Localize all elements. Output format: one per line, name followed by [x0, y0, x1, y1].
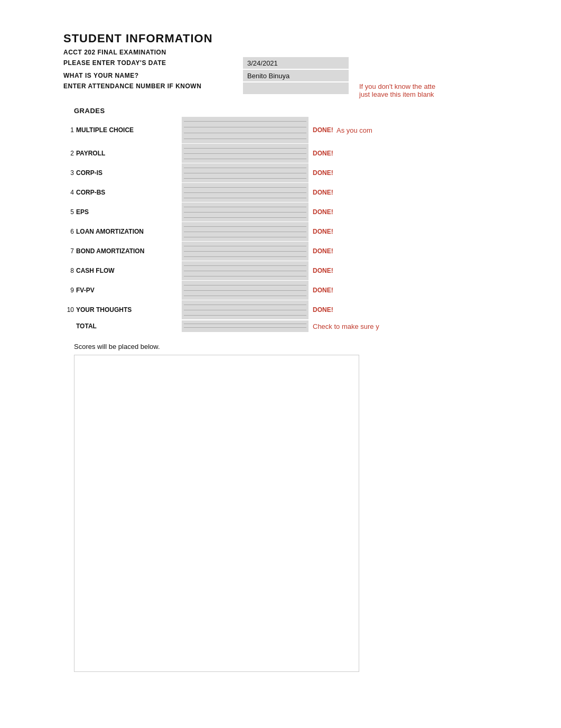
- grade-input[interactable]: [182, 163, 308, 182]
- grade-name: EPS: [76, 208, 182, 216]
- done-badge: DONE!: [313, 189, 336, 196]
- grade-input[interactable]: [182, 144, 308, 163]
- grade-name: CASH FLOW: [76, 267, 182, 274]
- name-label: WHAT IS YOUR NAME?: [63, 72, 243, 79]
- attendance-label: ENTER ATTENDANCE NUMBER IF KNOWN: [63, 82, 243, 90]
- scores-box: [74, 355, 359, 672]
- grade-number: 9: [63, 287, 74, 294]
- grade-row: 2 PAYROLL DONE!: [63, 144, 498, 163]
- done-badge: DONE!: [313, 150, 336, 157]
- grade-row: 9 FV-PV DONE!: [63, 281, 498, 300]
- grade-row: 10 YOUR THOUGHTS DONE!: [63, 300, 498, 319]
- done-badge: DONE!: [313, 306, 336, 314]
- total-input[interactable]: [182, 320, 308, 332]
- grade-number: 8: [63, 267, 74, 274]
- name-input[interactable]: Benito Binuya: [243, 70, 349, 81]
- page-title: STUDENT INFORMATION: [63, 32, 498, 45]
- grade-input[interactable]: [182, 222, 308, 241]
- grade-number: 1: [63, 126, 74, 134]
- grade-name: CORP-IS: [76, 169, 182, 177]
- done-badge: DONE!: [313, 169, 336, 177]
- grade-row: 5 EPS DONE!: [63, 202, 498, 222]
- total-note: Check to make sure y: [313, 322, 379, 330]
- grade-input[interactable]: [182, 117, 308, 143]
- grade-number: 6: [63, 228, 74, 235]
- grade-row: 6 LOAN AMORTIZATION DONE!: [63, 222, 498, 241]
- grade-row: 4 CORP-BS DONE!: [63, 183, 498, 202]
- date-label: PLEASE ENTER TODAY'S DATE: [63, 59, 243, 67]
- grade-name: BOND AMORTIZATION: [76, 247, 182, 255]
- grade-name: PAYROLL: [76, 150, 182, 157]
- grade-row: 8 CASH FLOW DONE!: [63, 261, 498, 280]
- grade-number: 10: [63, 306, 74, 314]
- grade-note: As you com: [336, 126, 372, 134]
- scores-label: Scores will be placed below.: [74, 343, 498, 351]
- grade-name: YOUR THOUGHTS: [76, 306, 182, 314]
- grade-input[interactable]: [182, 300, 308, 319]
- done-badge: DONE!: [313, 208, 336, 216]
- grade-name: CORP-BS: [76, 189, 182, 196]
- done-badge: DONE!: [313, 247, 336, 255]
- grade-name: FV-PV: [76, 287, 182, 294]
- grade-input[interactable]: [182, 183, 308, 202]
- date-input[interactable]: 3/24/2021: [243, 57, 349, 69]
- grades-section-label: GRADES: [74, 107, 498, 115]
- total-label: TOTAL: [76, 322, 182, 330]
- done-badge: DONE!: [313, 267, 336, 274]
- exam-title: ACCT 202 FINAL EXAMINATION: [63, 49, 243, 56]
- done-badge: DONE!: [313, 228, 336, 235]
- grade-number: 4: [63, 189, 74, 196]
- total-row: TOTAL Check to make sure y: [63, 320, 498, 332]
- grade-input[interactable]: [182, 281, 308, 300]
- grade-number: 2: [63, 150, 74, 157]
- grade-input[interactable]: [182, 202, 308, 222]
- grade-name: LOAN AMORTIZATION: [76, 228, 182, 235]
- attendance-hint: If you don't know the atte just leave th…: [354, 82, 435, 98]
- grade-row: 7 BOND AMORTIZATION DONE!: [63, 242, 498, 261]
- grade-number: 7: [63, 247, 74, 255]
- grade-input[interactable]: [182, 261, 308, 280]
- grade-input[interactable]: [182, 242, 308, 261]
- grade-number: 5: [63, 208, 74, 216]
- grade-number: 3: [63, 169, 74, 177]
- grade-row: 3 CORP-IS DONE!: [63, 163, 498, 182]
- done-badge: DONE!: [313, 126, 336, 134]
- done-badge: DONE!: [313, 287, 336, 294]
- grade-row: 1 MULTIPLE CHOICE DONE! As you com: [63, 117, 498, 143]
- grade-name: MULTIPLE CHOICE: [76, 126, 182, 134]
- attendance-input[interactable]: [243, 82, 349, 94]
